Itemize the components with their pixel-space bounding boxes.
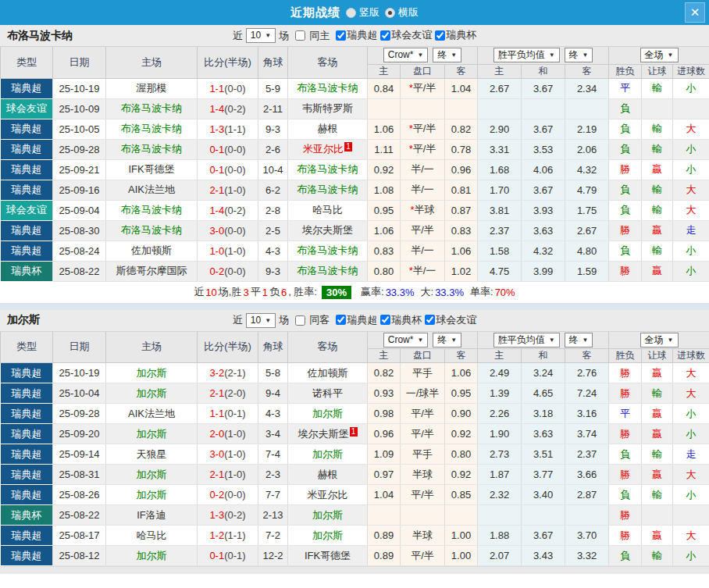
home-odds-cell: 1.09 <box>368 444 401 465</box>
mean-home-cell: 1.87 <box>478 465 522 485</box>
goals-result-cell: 走 <box>673 220 709 241</box>
league-type-cell: 瑞典超 <box>1 241 53 261</box>
score-cell: 0-2(0-0) <box>198 485 258 505</box>
match-date-cell: 25-10-04 <box>53 383 106 404</box>
same-venue-checkbox[interactable] <box>295 30 305 41</box>
mean-odds-select[interactable]: 胜平负均值▼ <box>493 48 560 62</box>
close-button[interactable]: ✕ <box>685 2 705 23</box>
mean-draw-cell: 4.32 <box>522 241 565 261</box>
league-checkbox[interactable]: 球会友谊 <box>377 28 432 42</box>
league-type-cell: 瑞典杯 <box>1 261 53 281</box>
score-cell: 0-1(0-0) <box>198 139 258 159</box>
checkbox-checked-icon[interactable] <box>435 30 445 41</box>
matches-label: 场 <box>279 313 289 327</box>
result-cell: 負 <box>609 180 642 200</box>
chevron-down-icon: ▼ <box>417 334 423 346</box>
col-type: 类型 <box>1 47 53 78</box>
score-cell: 3-0(0-0) <box>198 220 258 241</box>
col-handicap-result: 让球 <box>642 349 673 363</box>
away-odds-cell <box>445 505 478 526</box>
match-date-cell: 25-09-16 <box>53 180 106 200</box>
match-date-cell: 25-08-22 <box>53 261 106 281</box>
mean-away-cell: 2.87 <box>565 485 609 505</box>
league-checkbox[interactable]: 球会友谊 <box>422 313 476 327</box>
layout-radio-horizontal[interactable]: 横版 <box>385 5 419 20</box>
checkbox-checked-icon[interactable] <box>336 30 346 41</box>
odds-source-select[interactable]: Crow*▼ <box>383 48 429 62</box>
scope-select[interactable]: 全场▼ <box>640 48 679 62</box>
corners-cell: 9-3 <box>258 261 288 281</box>
handicap-cell: *平/半 <box>401 119 445 139</box>
league-checkbox[interactable]: 瑞典超 <box>333 28 377 42</box>
league-type-cell: 瑞典杯 <box>1 505 53 526</box>
chevron-down-icon: ▼ <box>668 49 674 61</box>
odds-source-select[interactable]: Crow*▼ <box>383 333 429 347</box>
col-home: 主场 <box>106 47 198 78</box>
score-cell: 1-4(0-2) <box>198 200 258 220</box>
away-odds-cell: 0.92 <box>445 465 478 485</box>
match-date-cell: 25-08-24 <box>53 241 106 261</box>
mean-home-cell: 2.26 <box>478 404 522 424</box>
away-team-cell: 哈马比 <box>288 200 368 220</box>
checkbox-checked-icon[interactable] <box>380 315 390 325</box>
col-mean-home: 主 <box>478 64 522 78</box>
checkbox-checked-icon[interactable] <box>336 315 346 325</box>
league-type-cell: 瑞典超 <box>1 424 53 444</box>
result-cell: 負 <box>609 139 642 159</box>
score-cell: 1-1(0-1) <box>198 404 258 424</box>
scope-select[interactable]: 全场▼ <box>640 333 679 347</box>
away-odds-cell: 0.80 <box>445 444 478 465</box>
chevron-down-icon: ▼ <box>451 49 457 61</box>
away-odds-cell: 1.02 <box>445 261 478 281</box>
league-checkbox[interactable]: 瑞典杯 <box>377 313 422 327</box>
handicap-result-cell: 輸 <box>642 444 673 465</box>
mean-home-cell: 3.31 <box>478 139 522 159</box>
mean-final-select[interactable]: 终▼ <box>565 48 593 62</box>
match-row: 瑞典杯25-08-22斯德哥尔摩国际0-2(0-0)9-3布洛马波卡纳0.80*… <box>1 261 709 281</box>
corners-cell: 5-9 <box>258 78 288 98</box>
section-header: 加尔斯 近 10▼ 场 同客 瑞典超瑞典杯球会友谊 <box>0 310 709 332</box>
home-team-cell: 加尔斯 <box>106 485 198 505</box>
match-count-select[interactable]: 10▼ <box>246 28 276 43</box>
handicap-result-cell: 贏 <box>642 424 673 444</box>
corners-cell: 2-8 <box>258 200 288 220</box>
match-row: 瑞典超25-09-20加尔斯2-0(1-0)3-4埃尔夫斯堡10.96平/半0.… <box>1 424 709 444</box>
result-cell: 負 <box>609 119 642 139</box>
col-odds-home: 主 <box>368 64 401 78</box>
mean-home-cell: 1.90 <box>478 424 522 444</box>
home-team-cell: AIK法兰地 <box>106 404 198 424</box>
league-checkbox[interactable]: 瑞典杯 <box>432 28 476 42</box>
mean-draw-cell: 3.24 <box>522 363 565 383</box>
odds-final-select[interactable]: 终▼ <box>433 333 461 347</box>
result-cell: 負 <box>609 200 642 220</box>
corners-cell: 2-13 <box>258 505 288 526</box>
handicap-result-cell: 輸 <box>642 180 673 200</box>
corners-cell: 2-6 <box>258 139 288 159</box>
mean-final-select[interactable]: 终▼ <box>565 333 593 347</box>
match-row: 瑞典超25-10-05布洛马波卡纳1-3(1-1)9-3赫根1.06*平/半0.… <box>1 119 709 139</box>
layout-radio-vertical[interactable]: 竖版 <box>346 5 379 20</box>
away-odds-cell: 1.06 <box>445 241 478 261</box>
chevron-down-icon: ▼ <box>549 49 555 61</box>
league-type-cell: 瑞典超 <box>1 546 53 566</box>
match-count-select[interactable]: 10▼ <box>246 313 276 328</box>
home-odds-cell: 0.83 <box>368 241 401 261</box>
col-score: 比分(半场) <box>198 332 258 363</box>
checkbox-checked-icon[interactable] <box>380 30 390 41</box>
checkbox-checked-icon[interactable] <box>425 315 435 325</box>
same-venue-checkbox[interactable] <box>295 315 305 326</box>
league-checkbox[interactable]: 瑞典超 <box>333 313 377 327</box>
mean-odds-select[interactable]: 胜平负均值▼ <box>493 333 560 347</box>
league-type-cell: 球会友谊 <box>1 200 53 220</box>
col-handicap: 盘口 <box>401 64 445 78</box>
odds-final-select[interactable]: 终▼ <box>433 48 461 62</box>
mean-home-cell: 1.68 <box>478 159 522 180</box>
mean-home-cell: 2.32 <box>478 485 522 505</box>
handicap-cell: *平/半 <box>401 139 445 159</box>
mean-draw-cell: 3.63 <box>522 220 565 241</box>
corners-cell: 2-3 <box>258 465 288 485</box>
home-team-cell: 布洛马波卡纳 <box>106 119 198 139</box>
handicap-result-cell: 輸 <box>642 485 673 505</box>
mean-away-cell: 2.34 <box>565 78 609 98</box>
result-cell: 勝 <box>609 526 642 546</box>
